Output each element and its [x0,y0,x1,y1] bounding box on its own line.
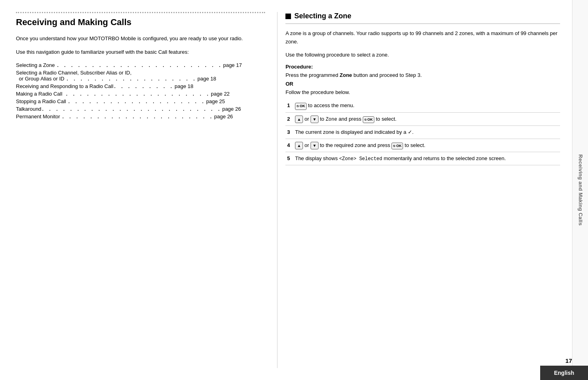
step-row-2: 2 ▲ or ▼ to Zone and press ⍉ OK to selec… [285,112,560,126]
body-text-2: Use the following procedure to select a … [285,51,560,59]
main-content: Receiving and Making Calls Once you unde… [0,0,572,380]
step-content-2: ▲ or ▼ to Zone and press ⍉ OK to select. [293,112,560,126]
procedure-text-2: Follow the procedure below. [285,88,560,96]
vertical-sidebar-text: Receiving and Making Calls [577,154,583,225]
section-header: Selecting a Zone [285,12,560,24]
step-select-2: to select. [376,116,397,122]
step-content-1: ⍉ OK to access the menu. [293,99,560,112]
proc-text-pre: Press the programmed [285,72,340,78]
step-num-4: 4 [285,139,293,152]
right-column: Selecting a Zone A zone is a group of ch… [277,12,560,368]
proc-text-bold: Zone [340,72,352,78]
toc-table: Selecting a Zone . . . . . . . . . . . .… [16,61,265,120]
ok-button-icon-1: ⍉ OK [295,103,307,110]
intro-text-2: Use this navigation guide to familiarize… [16,48,265,56]
right-section-title: Selecting a Zone [294,12,351,20]
step-or-4: or [305,142,311,148]
step-num-1: 1 [285,99,293,112]
toc-label-5: Stopping a Radio Call [16,98,67,104]
toc-dots-2: . . . . . . . . . . . . . . . . . . . [66,76,196,82]
english-badge: English [540,366,588,380]
steps-table: 1 ⍉ OK to access the menu. 2 ▲ or ▼ [285,99,560,165]
step-pre-5: The display shows [295,155,339,161]
toc-row-4: Making a Radio Call . . . . . . . . . . … [16,90,265,98]
toc-page-3: page 18 [175,83,193,89]
toc-dots-7: . . . . . . . . . . . . . . . . . . . . … [61,114,213,119]
arrow-down-icon-4: ▼ [311,142,319,149]
step-num-3: 3 [285,126,293,139]
toc-page-2: page 18 [197,76,216,82]
toc-page-1: page 17 [223,62,242,68]
left-section-title: Receiving and Making Calls [16,17,265,27]
toc-row-6: Talkaround. . . . . . . . . . . . . . . … [16,105,265,113]
step-to-2: to [320,116,325,122]
toc-row-1: Selecting a Zone . . . . . . . . . . . .… [16,61,265,69]
toc-page-7: page 26 [214,114,233,119]
section-icon [285,14,291,19]
or-label: OR [285,81,560,87]
toc-row-3: Receiving and Responding to a Radio Call… [16,82,265,90]
procedure-text-1: Press the programmed Zone button and pro… [285,71,560,79]
toc-cell-3: Receiving and Responding to a Radio Call… [16,82,265,90]
toc-dots-1: . . . . . . . . . . . . . . . . . . . . … [56,62,222,68]
proc-text-post: button and proceed to Step 3. [352,72,422,78]
toc-page-6: page 26 [222,106,241,112]
toc-label-4: Making a Radio Call [16,91,65,97]
toc-label-2b: or Group Alias or ID [16,76,66,82]
dotted-rule [16,12,265,13]
toc-label-1: Selecting a Zone [16,62,56,68]
toc-cell-1: Selecting a Zone . . . . . . . . . . . .… [16,61,265,69]
step-mid-4: to the required zone and press [320,142,391,148]
ok-button-icon-2: ⍉ OK [363,116,374,123]
toc-row-7: Permanent Monitor . . . . . . . . . . . … [16,113,265,120]
step-zone-2: Zone [326,117,337,122]
step-num-2: 2 [285,112,293,126]
toc-row-5: Stopping a Radio Call . . . . . . . . . … [16,98,265,105]
toc-dots-3: . . . . . . . . . [113,83,173,89]
step-text-3: The current zone is displayed and indica… [295,129,413,135]
left-column: Receiving and Making Calls Once you unde… [16,12,277,368]
toc-cell-6: Talkaround. . . . . . . . . . . . . . . … [16,105,265,113]
toc-cell-4: Making a Radio Call . . . . . . . . . . … [16,90,265,98]
step-row-3: 3 The current zone is displayed and indi… [285,126,560,139]
toc-page-5: page 25 [206,98,225,104]
toc-dots-4: . . . . . . . . . . . . . . . . . . . . … [65,91,210,97]
toc-cell-5: Stopping a Radio Call . . . . . . . . . … [16,98,265,105]
step-post-5: momentarily and returns to the selected … [382,155,506,161]
toc-row-2: Selecting a Radio Channel, Subscriber Al… [16,69,265,82]
ok-button-icon-4: ⍉ OK [391,143,403,150]
toc-label-2a: Selecting a Radio Channel, Subscriber Al… [16,70,132,76]
intro-text-1: Once you understand how your MOTOTRBO Mo… [16,35,265,43]
toc-cell-2: Selecting a Radio Channel, Subscriber Al… [16,69,265,82]
page-container: Receiving and Making Calls Once you unde… [0,0,588,380]
procedure-label: Procedure: [285,64,560,70]
step-num-5: 5 [285,152,293,165]
vertical-sidebar-strip: Receiving and Making Calls [572,0,588,380]
step-end-4: to select. [405,142,425,148]
arrow-up-icon-4: ▲ [295,142,303,149]
step-mono-5: <Zone> Selected [339,156,382,162]
toc-label-6: Talkaround [16,106,41,112]
toc-label-7: Permanent Monitor [16,114,61,119]
arrow-down-icon-2: ▼ [311,116,319,123]
step-text-1: to access the menu. [308,102,354,108]
step-content-5: The display shows <Zone> Selected moment… [293,152,560,165]
step-content-3: The current zone is displayed and indica… [293,126,560,139]
toc-page-4: page 22 [211,91,230,97]
arrow-up-icon-2: ▲ [295,116,303,123]
toc-dots-5: . . . . . . . . . . . . . . . . . . . . [67,98,205,104]
toc-label-3: Receiving and Responding to a Radio Call [16,83,113,89]
body-text-1: A zone is a group of channels. Your radi… [285,29,560,46]
step-press-2: and press [338,116,363,122]
step-or-2: or [305,116,311,122]
step-row-4: 4 ▲ or ▼ to the required zone and press … [285,139,560,152]
step-content-4: ▲ or ▼ to the required zone and press ⍉ … [293,139,560,152]
toc-cell-7: Permanent Monitor . . . . . . . . . . . … [16,113,265,120]
toc-dots-6: . . . . . . . . . . . . . . . . . . . . … [41,106,221,112]
step-row-1: 1 ⍉ OK to access the menu. [285,99,560,112]
step-row-5: 5 The display shows <Zone> Selected mome… [285,152,560,165]
